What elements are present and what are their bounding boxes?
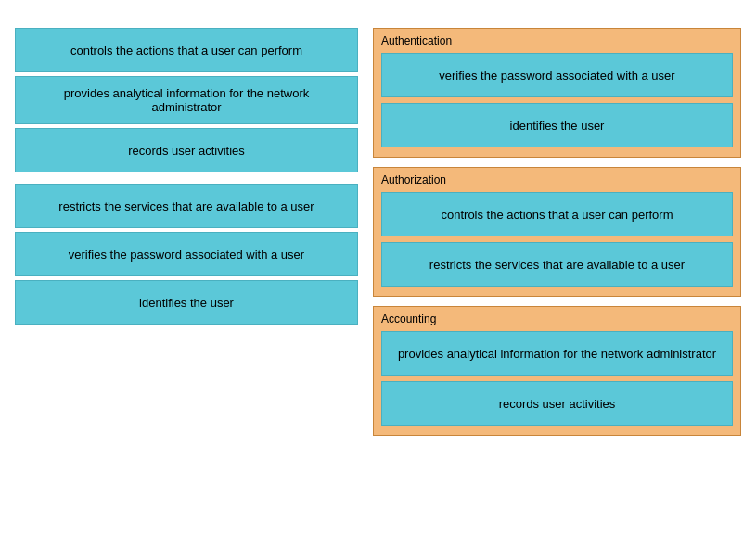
category-accounting: Accountingprovides analytical informatio… [373,306,741,436]
left-item-3[interactable]: records user activities [15,128,358,172]
category-authentication: Authenticationverifies the password asso… [373,28,741,158]
right-item-acc-2[interactable]: records user activities [381,381,733,426]
right-item-acc-1[interactable]: provides analytical information for the … [381,331,733,376]
right-column: Authenticationverifies the password asso… [373,28,741,436]
left-item-5[interactable]: verifies the password associated with a … [15,232,358,276]
right-item-authz-2[interactable]: restricts the services that are availabl… [381,242,733,287]
right-item-auth-1[interactable]: verifies the password associated with a … [381,53,733,97]
left-column: controls the actions that a user can per… [15,28,358,328]
left-item-2[interactable]: provides analytical information for the … [15,76,358,124]
category-label-authentication: Authentication [381,34,733,47]
right-item-authz-1[interactable]: controls the actions that a user can per… [381,192,733,236]
right-item-auth-2[interactable]: identifies the user [381,103,733,147]
category-items-authentication: verifies the password associated with a … [381,53,733,147]
category-items-accounting: provides analytical information for the … [381,331,733,426]
answer-layout: controls the actions that a user can per… [15,28,741,436]
left-item-6[interactable]: identifies the user [15,280,358,325]
category-items-authorization: controls the actions that a user can per… [381,192,733,287]
category-label-accounting: Accounting [381,313,733,325]
category-label-authorization: Authorization [381,173,733,186]
category-authorization: Authorizationcontrols the actions that a… [373,167,741,297]
left-item-1[interactable]: controls the actions that a user can per… [15,28,358,72]
left-item-4[interactable]: restricts the services that are availabl… [15,184,358,228]
